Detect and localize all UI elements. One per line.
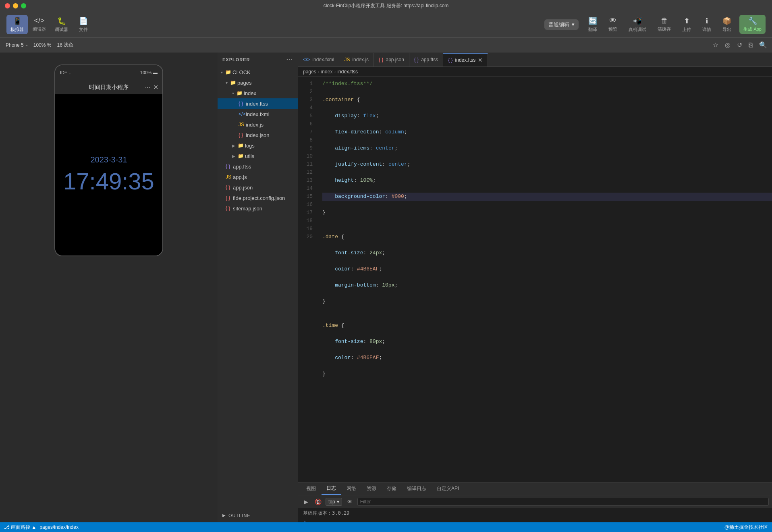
status-right: @稀土掘金技术社区 bbox=[724, 524, 768, 531]
export-button[interactable]: 📦 导出 bbox=[719, 15, 735, 34]
debug-tab-view[interactable]: 视图 bbox=[301, 483, 321, 495]
js-icon: JS bbox=[226, 174, 231, 180]
editor-button[interactable]: </> 编辑器 bbox=[29, 15, 50, 34]
tree-item-sitemap-json[interactable]: { } sitemap.json bbox=[218, 203, 298, 214]
tree-arrow-icon: ▾ bbox=[232, 91, 234, 96]
tab-js-icon: JS bbox=[344, 57, 350, 62]
debug-phone-icon[interactable]: 📵 bbox=[313, 497, 322, 506]
folder-icon: 📁 bbox=[237, 90, 242, 96]
tree-label-index-js: index.js bbox=[246, 122, 264, 128]
debug-prompt-icon[interactable]: › bbox=[303, 518, 306, 522]
detail-label: 详情 bbox=[702, 27, 711, 33]
debug-filter-input[interactable] bbox=[357, 498, 769, 506]
ftss-icon: { } bbox=[239, 101, 244, 106]
debug-tab-log[interactable]: 日志 bbox=[322, 483, 341, 495]
tree-item-app-js[interactable]: JS app.js bbox=[218, 172, 298, 182]
js-icon: JS bbox=[239, 122, 244, 127]
preview-label: 预览 bbox=[608, 26, 617, 32]
phone-status-left: IDE ↓ bbox=[60, 70, 71, 75]
tree-item-clock[interactable]: ▾ 📁 CLOCK bbox=[218, 67, 298, 77]
debug-tab-compile[interactable]: 编译日志 bbox=[402, 483, 431, 495]
tree-item-logs[interactable]: ▶ 📁 logs bbox=[218, 140, 298, 151]
folder-icon: 📁 bbox=[225, 69, 231, 75]
code-editor-area: 12345 678910 1112131415 1617181920 /**in… bbox=[298, 77, 772, 522]
tree-item-fide-json[interactable]: { } fide.project.config.json bbox=[218, 193, 298, 203]
tab-index-fxml[interactable]: </> index.fxml bbox=[298, 53, 339, 66]
bookmark-icon[interactable]: ☆ bbox=[711, 40, 720, 50]
main-content: IDE ↓ 100% ▬ 时间日期小程序 ··· ✕ 2023-3-31 17:… bbox=[0, 52, 772, 522]
tree-item-index-folder[interactable]: ▾ 📁 index bbox=[218, 88, 298, 98]
debug-tab-network[interactable]: 网络 bbox=[342, 483, 361, 495]
outline-label: OUTLINE bbox=[228, 513, 251, 518]
debug-tab-compile-label: 编译日志 bbox=[407, 485, 426, 492]
copy-icon[interactable]: ⎘ bbox=[747, 41, 754, 50]
generate-app-label: 生成 App bbox=[743, 26, 762, 32]
branch-icon: ⎇ bbox=[4, 524, 10, 530]
debug-tab-custom-api[interactable]: 自定义API bbox=[432, 483, 464, 495]
debug-icon: 🐛 bbox=[57, 17, 66, 25]
preview-button[interactable]: 👁 预览 bbox=[605, 15, 621, 34]
tab-index-js[interactable]: JS index.js bbox=[339, 53, 374, 66]
phone-selector[interactable]: Phone 5 ~ bbox=[3, 42, 30, 49]
tree-item-index-js[interactable]: JS index.js bbox=[218, 119, 298, 130]
debug-button[interactable]: 🐛 调试器 bbox=[51, 15, 72, 34]
debug-tab-custom-api-label: 自定义API bbox=[437, 485, 459, 492]
breadcrumb-pages[interactable]: pages bbox=[303, 69, 316, 75]
explorer-more-icon[interactable]: ··· bbox=[286, 56, 293, 63]
phone-nav-title: 时间日期小程序 bbox=[89, 84, 129, 91]
debug-run-icon[interactable]: ▶ bbox=[301, 497, 310, 506]
debug-context-select[interactable]: top ▾ bbox=[326, 498, 342, 506]
tree-item-index-json[interactable]: { } index.json bbox=[218, 130, 298, 140]
tree-item-utils[interactable]: ▶ 📁 utils bbox=[218, 151, 298, 161]
breadcrumb-index[interactable]: index bbox=[321, 69, 333, 75]
tree-item-index-ftss[interactable]: { } index.ftss bbox=[218, 98, 298, 109]
tree-label-index-ftss: index.ftss bbox=[246, 101, 268, 107]
status-left: ⎇ 画面路径 ▲ pages/index/index bbox=[4, 524, 79, 531]
status-branch[interactable]: ⎇ 画面路径 ▲ bbox=[4, 524, 36, 531]
tree-item-index-fxml[interactable]: </> index.fxml bbox=[218, 109, 298, 119]
tab-index-ftss[interactable]: { } index.ftss ✕ bbox=[443, 53, 488, 66]
outline-section[interactable]: ▶ OUTLINE bbox=[218, 508, 298, 522]
minimize-button[interactable] bbox=[13, 3, 18, 8]
upload-button[interactable]: ⬆ 上传 bbox=[679, 15, 694, 34]
refresh-icon[interactable]: ↺ bbox=[735, 40, 744, 50]
breadcrumb-current[interactable]: index.ftss bbox=[337, 69, 358, 75]
clear-button[interactable]: 🗑 清缓存 bbox=[654, 15, 674, 34]
location-icon[interactable]: ◎ bbox=[723, 40, 732, 50]
tab-index-ftss-icon: { } bbox=[448, 57, 452, 63]
tree-item-app-json[interactable]: { } app.json bbox=[218, 182, 298, 193]
sub-toolbar: Phone 5 ~ 100% % 16 浅色 ☆ ◎ ↺ ⎘ 🔍 bbox=[0, 38, 772, 52]
zoom-selector[interactable]: 100% % bbox=[31, 42, 54, 49]
mode-selector[interactable]: 普通编辑 ▾ bbox=[544, 19, 579, 30]
close-button[interactable] bbox=[5, 3, 10, 8]
tab-app-json[interactable]: { } app.json bbox=[374, 53, 409, 66]
tab-app-ftss[interactable]: { } app.ftss bbox=[409, 53, 443, 66]
tree-item-app-ftss[interactable]: { } app.ftss bbox=[218, 161, 298, 172]
realtest-icon: 📲 bbox=[633, 17, 642, 25]
tree-label-app-json: app.json bbox=[233, 185, 253, 191]
phone-nav-close-icon[interactable]: ✕ bbox=[153, 83, 158, 91]
simulator-label: 模拟器 bbox=[10, 27, 24, 33]
tree-item-pages[interactable]: ▾ 📁 pages bbox=[218, 77, 298, 88]
status-page-path[interactable]: pages/index/index bbox=[39, 524, 79, 530]
tab-js-label: index.js bbox=[352, 57, 369, 62]
detail-button[interactable]: ℹ 详情 bbox=[699, 15, 714, 34]
phone-nav-dots-icon[interactable]: ··· bbox=[145, 84, 150, 91]
tab-close-icon[interactable]: ✕ bbox=[478, 57, 483, 63]
file-button[interactable]: 📄 文件 bbox=[73, 15, 94, 34]
translate-button[interactable]: 🔄 翻译 bbox=[585, 15, 600, 34]
font-size-selector[interactable]: 16 浅色 bbox=[54, 41, 75, 49]
search-icon[interactable]: 🔍 bbox=[757, 40, 769, 50]
maximize-button[interactable] bbox=[21, 3, 26, 8]
realtest-button[interactable]: 📲 真机调试 bbox=[625, 15, 650, 34]
font-size-label: 16 bbox=[57, 42, 62, 48]
simulator-button[interactable]: 📱 模拟器 bbox=[6, 15, 28, 34]
mode-label: 普通编辑 bbox=[548, 21, 569, 28]
translate-icon: 🔄 bbox=[588, 17, 597, 25]
code-content[interactable]: /**index.ftss**/ .container { display: f… bbox=[316, 77, 772, 482]
generate-app-button[interactable]: 🔧 生成 App bbox=[739, 15, 766, 34]
debug-tab-resources[interactable]: 资源 bbox=[362, 483, 381, 495]
debug-tab-storage[interactable]: 存储 bbox=[382, 483, 401, 495]
debug-eye-icon[interactable]: 👁 bbox=[345, 497, 354, 506]
main-toolbar: 📱 模拟器 </> 编辑器 🐛 调试器 📄 文件 普通编辑 ▾ 🔄 翻译 👁 预… bbox=[0, 11, 772, 38]
